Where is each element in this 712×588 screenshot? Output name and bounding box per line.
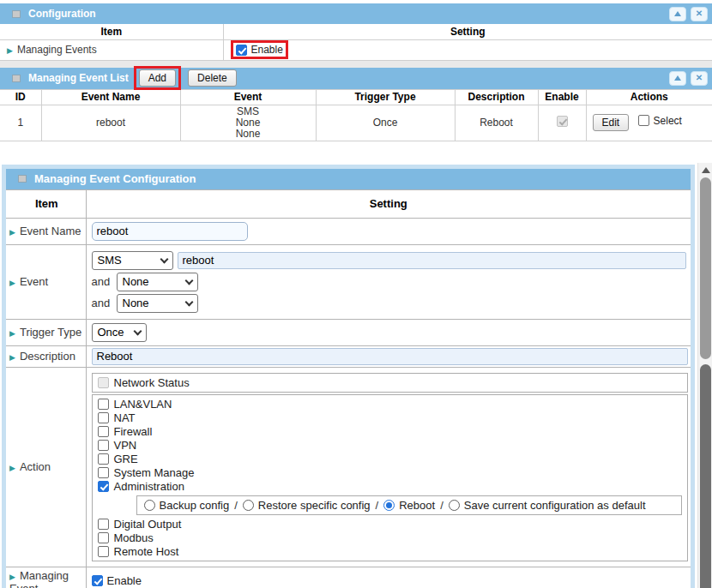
- trigger-type-selected: Once: [98, 326, 124, 339]
- item-arrow-icon: ▶: [7, 46, 13, 55]
- chevron-down-icon: [184, 276, 193, 285]
- checkbox-icon[interactable]: [98, 399, 109, 410]
- delete-button[interactable]: Delete: [188, 69, 237, 87]
- collapse-button[interactable]: [669, 7, 686, 21]
- checkbox-icon[interactable]: [236, 45, 247, 56]
- and-label: and: [92, 275, 112, 288]
- event-condition-3: and None: [92, 294, 689, 313]
- event-config-panel: Managing Event Configuration Item Settin…: [2, 165, 695, 588]
- configuration-table: Item Setting ▶Managing Events Enable: [0, 24, 712, 61]
- edit-button[interactable]: Edit: [593, 114, 630, 131]
- event-line-1: SMS: [181, 106, 316, 117]
- event-value-input[interactable]: [178, 252, 687, 269]
- radio-restore-specific-config[interactable]: Restore specific config: [243, 499, 371, 512]
- checkbox-icon[interactable]: [98, 467, 109, 478]
- radio-icon[interactable]: [449, 500, 460, 511]
- action-checkbox-gre[interactable]: GRE: [98, 453, 683, 465]
- cell-actions: Edit Select: [586, 105, 712, 141]
- radio-backup-config[interactable]: Backup config: [144, 499, 230, 512]
- checkbox-label: System Manage: [114, 466, 195, 479]
- radio-save-current-config[interactable]: Save current configuration as default: [449, 499, 646, 512]
- select-row[interactable]: Select: [638, 115, 682, 127]
- radio-icon[interactable]: [243, 500, 254, 511]
- checkbox-icon[interactable]: [98, 481, 109, 492]
- trigger-type-label-cell: ▶Trigger Type: [6, 319, 86, 345]
- managing-event-enable[interactable]: Enable: [92, 574, 142, 587]
- action-checkbox-system-manage[interactable]: System Manage: [98, 466, 683, 479]
- radio-icon[interactable]: [383, 500, 395, 511]
- checkbox-label: LAN&VLAN: [114, 398, 172, 411]
- action-checkbox-remote-host[interactable]: Remote Host: [98, 545, 683, 558]
- event-name-input[interactable]: [92, 222, 248, 241]
- checkbox-icon[interactable]: [98, 440, 109, 451]
- col-trigger-type: Trigger Type: [316, 89, 455, 105]
- enable-label: Enable: [251, 44, 283, 56]
- row-enable-checkbox: [557, 116, 568, 127]
- network-status-box: Network Status: [92, 373, 689, 393]
- cell-enable: [538, 105, 586, 141]
- administration-options-box: Backup config / Restore specific config …: [136, 495, 683, 515]
- action-checkbox-firewall[interactable]: Firewall: [98, 425, 683, 438]
- event-type-selected: SMS: [98, 254, 122, 267]
- setting-column-header: Setting: [223, 24, 712, 39]
- event-and2-selected: None: [123, 297, 149, 309]
- checkbox-icon[interactable]: [98, 453, 109, 465]
- action-checkbox-modbus[interactable]: Modbus: [98, 531, 683, 544]
- event-name-row: ▶Event Name: [6, 218, 691, 244]
- action-label-cell: ▶Action: [6, 367, 86, 567]
- managing-event-label-cell: ▶Managing Event: [6, 567, 86, 588]
- managing-events-label: Managing Events: [17, 44, 97, 56]
- action-checkbox-lan-vlan[interactable]: LAN&VLAN: [98, 398, 683, 411]
- checkbox-icon[interactable]: [92, 575, 103, 586]
- vertical-scrollbar[interactable]: [697, 163, 712, 588]
- checkbox-label: Remote Host: [114, 545, 179, 558]
- checkbox-icon[interactable]: [98, 532, 109, 543]
- option-separator: /: [440, 499, 443, 512]
- page: Configuration ✕ Item Setting ▶Managing E…: [0, 3, 712, 588]
- event-and2-select[interactable]: None: [117, 294, 198, 313]
- radio-icon[interactable]: [144, 500, 155, 511]
- managing-events-enable[interactable]: Enable: [236, 44, 283, 56]
- action-checkbox-digital-output[interactable]: Digital Output: [98, 518, 683, 531]
- checkbox-icon[interactable]: [98, 546, 109, 557]
- event-list-panel: Managing Event List Add Delete ✕ ID Even…: [0, 68, 712, 141]
- close-button[interactable]: ✕: [691, 71, 708, 86]
- event-condition-1: SMS: [92, 251, 689, 270]
- checkbox-icon[interactable]: [98, 412, 109, 423]
- checkbox-label: GRE: [114, 453, 138, 465]
- description-input[interactable]: [92, 348, 689, 365]
- description-label: Description: [20, 350, 75, 363]
- action-checkbox-administration[interactable]: Administration: [98, 480, 683, 493]
- radio-reboot[interactable]: Reboot: [383, 499, 435, 512]
- scrollbar-thumb-upper[interactable]: [700, 177, 711, 359]
- item-column-header: Item: [0, 24, 223, 39]
- checkbox-icon[interactable]: [98, 519, 109, 530]
- item-arrow-icon: ▶: [9, 329, 15, 338]
- col-enable: Enable: [538, 89, 586, 105]
- collapse-icon: [674, 11, 681, 16]
- event-name-label-cell: ▶Event Name: [6, 218, 86, 244]
- cell-description: Reboot: [455, 105, 538, 141]
- option-separator: /: [376, 499, 379, 512]
- select-checkbox[interactable]: [638, 115, 649, 126]
- scrollbar-thumb-lower[interactable]: [700, 364, 711, 588]
- managing-event-setting-cell: Enable: [86, 567, 691, 588]
- event-list-title: Managing Event List: [28, 72, 129, 84]
- option-separator: /: [234, 499, 238, 512]
- scroll-up-button[interactable]: [698, 163, 712, 177]
- close-button[interactable]: ✕: [691, 7, 708, 21]
- configuration-title: Configuration: [28, 8, 96, 20]
- event-config-header-row: Item Setting: [6, 189, 691, 218]
- checkbox-icon[interactable]: [98, 426, 109, 437]
- event-and1-select[interactable]: None: [117, 273, 198, 291]
- event-list-table: ID Event Name Event Trigger Type Descrip…: [0, 89, 712, 141]
- add-button[interactable]: Add: [139, 69, 176, 87]
- managing-event-row: ▶Managing Event Enable: [6, 567, 691, 588]
- action-checkbox-vpn[interactable]: VPN: [98, 439, 683, 452]
- action-checkbox-nat[interactable]: NAT: [98, 411, 683, 424]
- event-setting-cell: SMS and None and: [86, 244, 691, 319]
- event-type-select[interactable]: SMS: [92, 251, 173, 270]
- cell-trigger-type: Once: [316, 105, 455, 141]
- trigger-type-select[interactable]: Once: [92, 323, 147, 342]
- collapse-button[interactable]: [669, 71, 686, 86]
